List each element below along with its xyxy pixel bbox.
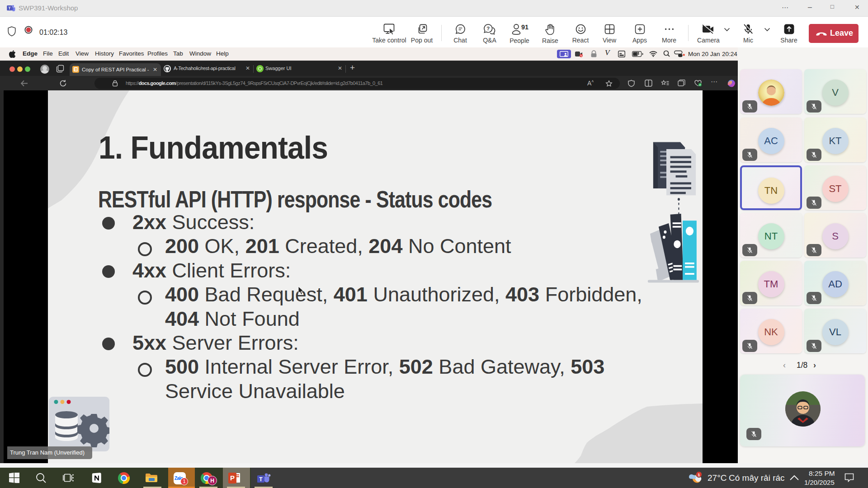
svg-text:91: 91 xyxy=(521,23,528,31)
svg-text:T: T xyxy=(8,6,11,10)
svg-text:1: 1 xyxy=(698,472,700,477)
svg-text:T: T xyxy=(259,476,263,483)
svg-text:?: ? xyxy=(486,26,490,31)
